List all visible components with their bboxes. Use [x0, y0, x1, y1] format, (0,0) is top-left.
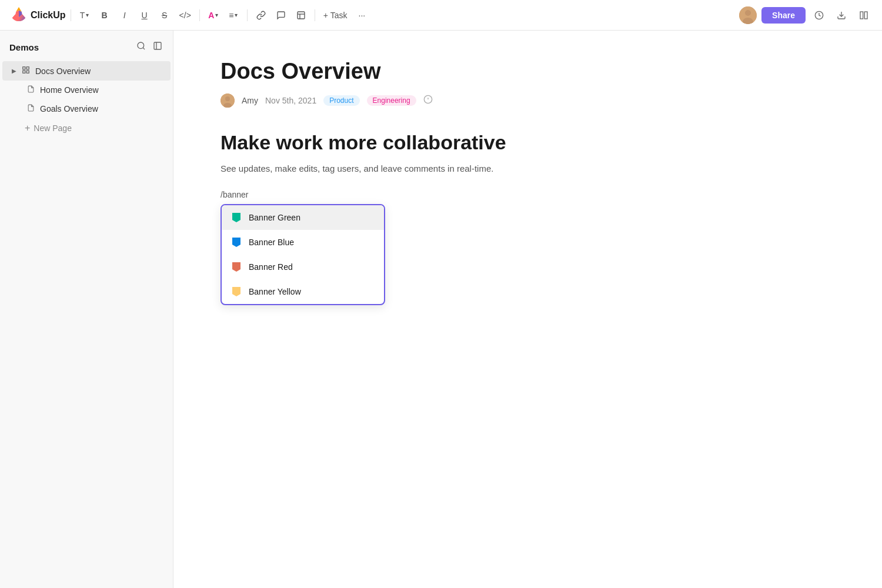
toolbar-right: Share [739, 6, 873, 24]
history-button[interactable] [810, 6, 828, 24]
doc-heading: Make work more collaborative [220, 131, 835, 154]
align-button[interactable]: ≡ ▾ [225, 6, 242, 24]
banner-dropdown-menu: Banner Green Banner Blue Banner Red Bann… [220, 204, 385, 305]
doc-meta: Amy Nov 5th, 2021 Product Engineering [220, 93, 835, 108]
home-overview-icon [26, 85, 35, 95]
link-button[interactable] [252, 6, 270, 24]
svg-point-17 [225, 96, 230, 101]
toolbar-divider [71, 9, 71, 21]
share-button[interactable]: Share [761, 7, 806, 24]
sidebar-item-home-overview[interactable]: Home Overview [2, 81, 171, 99]
banner-blue-item[interactable]: Banner Blue [222, 230, 384, 255]
command-text: /banner [220, 190, 835, 199]
svg-rect-6 [860, 12, 863, 19]
more-options-button[interactable]: ··· [353, 6, 370, 24]
banner-yellow-item[interactable]: Banner Yellow [222, 279, 384, 304]
italic-button[interactable]: I [116, 6, 133, 24]
author-avatar [220, 93, 235, 108]
sidebar-item-goals-overview[interactable]: Goals Overview [2, 99, 171, 118]
add-task-button[interactable]: + Task [320, 6, 351, 24]
expand-arrow-icon: ▶ [12, 68, 16, 74]
banner-green-label: Banner Green [249, 213, 300, 222]
color-button[interactable]: A ▾ [205, 6, 222, 24]
sidebar-actions [135, 40, 163, 54]
toolbar-divider-3 [247, 9, 248, 21]
svg-rect-7 [864, 12, 867, 19]
sidebar-item-docs-overview[interactable]: ▶ Docs Overview [2, 61, 171, 81]
layout-button[interactable] [855, 6, 873, 24]
svg-rect-0 [298, 12, 305, 19]
content-area: Docs Overview Amy Nov 5th, 2021 Product … [173, 31, 882, 588]
banner-green-icon [231, 212, 242, 223]
bold-button[interactable]: B [96, 6, 113, 24]
sidebar-search-button[interactable] [135, 40, 147, 54]
code-button[interactable]: </> [176, 6, 195, 24]
app-name: ClickUp [31, 10, 66, 21]
new-page-label: New Page [34, 123, 72, 133]
banner-red-label: Banner Red [249, 262, 293, 272]
toolbar-divider-2 [199, 9, 200, 21]
doc-title: Docs Overview [220, 59, 835, 84]
underline-button[interactable]: U [136, 6, 153, 24]
banner-red-icon [231, 262, 242, 272]
svg-rect-12 [23, 67, 25, 69]
toolbar-divider-4 [315, 9, 315, 21]
banner-yellow-label: Banner Yellow [249, 287, 301, 296]
banner-blue-icon [231, 237, 242, 248]
svg-rect-14 [23, 71, 25, 73]
sidebar-item-label: Goals Overview [40, 104, 98, 113]
comment-button[interactable] [272, 6, 290, 24]
sidebar-item-label: Docs Overview [35, 66, 91, 76]
docs-overview-icon [21, 66, 31, 76]
new-page-button[interactable]: + New Page [2, 118, 171, 138]
sidebar-title: Demos [9, 42, 39, 52]
banner-yellow-icon [231, 286, 242, 297]
banner-red-item[interactable]: Banner Red [222, 255, 384, 279]
tag-engineering[interactable]: Engineering [367, 95, 416, 106]
doc-subtitle: See updates, make edits, tag users, and … [220, 163, 835, 173]
sidebar-nav: ▶ Docs Overview Home Overview [0, 61, 173, 138]
doc-date: Nov 5th, 2021 [265, 96, 316, 105]
banner-blue-label: Banner Blue [249, 238, 294, 247]
banner-green-item[interactable]: Banner Green [222, 205, 384, 230]
user-avatar[interactable] [739, 6, 757, 24]
export-button[interactable] [833, 6, 850, 24]
sidebar: Demos ▶ Docs Overview [0, 31, 173, 588]
toolbar: ClickUp T ▾ B I U S </> A ▾ ≡ ▾ + Task ·… [0, 0, 882, 31]
svg-rect-15 [26, 71, 29, 73]
main-layout: Demos ▶ Docs Overview [0, 31, 882, 588]
text-style-button[interactable]: T ▾ [76, 6, 93, 24]
svg-line-9 [143, 48, 145, 49]
svg-rect-13 [26, 67, 29, 69]
clickup-logo[interactable] [9, 5, 28, 26]
sidebar-item-label: Home Overview [40, 85, 99, 95]
doc-author: Amy [242, 96, 258, 105]
sidebar-header: Demos [0, 40, 173, 61]
goals-overview-icon [26, 104, 35, 113]
share-settings-icon[interactable] [423, 95, 433, 106]
svg-point-8 [138, 42, 144, 49]
svg-rect-10 [154, 42, 161, 49]
sidebar-collapse-button[interactable] [152, 40, 163, 54]
strikethrough-button[interactable]: S [156, 6, 173, 24]
plus-icon: + [25, 123, 30, 133]
svg-point-2 [745, 10, 751, 16]
tag-product[interactable]: Product [323, 95, 359, 106]
embed-button[interactable] [292, 6, 310, 24]
